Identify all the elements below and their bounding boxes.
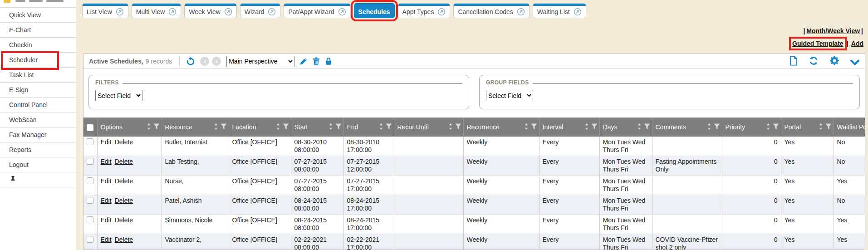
tab-cancellation-codes[interactable]: Cancellation Codes <box>453 3 529 18</box>
perspective-select[interactable]: Main Perspective <box>226 56 294 67</box>
month-week-view-link[interactable]: Month/Week View <box>806 27 860 34</box>
column-header-portal[interactable]: Portal <box>781 118 834 137</box>
row-checkbox[interactable] <box>87 236 93 243</box>
sort-icon[interactable] <box>275 123 281 132</box>
filter-funnel-icon[interactable] <box>591 123 598 131</box>
pushpin-icon[interactable] <box>10 176 16 183</box>
column-header-recur-until[interactable]: Recur Until <box>394 118 463 137</box>
tab-waiting-list[interactable]: Waiting List <box>533 3 586 18</box>
row-checkbox[interactable] <box>87 197 93 204</box>
lock-icon[interactable] <box>324 57 333 66</box>
refresh-icon[interactable] <box>809 56 819 66</box>
next-icon[interactable]: › <box>212 57 221 66</box>
select-all-checkbox[interactable] <box>87 124 93 131</box>
edit-link[interactable]: Edit <box>101 138 112 146</box>
filter-funnel-icon[interactable] <box>153 123 160 131</box>
column-header-interval[interactable]: Interval <box>539 118 599 137</box>
delete-link[interactable]: Delete <box>115 236 133 243</box>
sort-icon[interactable] <box>706 123 712 132</box>
tab-appt-types[interactable]: Appt Types <box>398 3 451 18</box>
column-header-days[interactable]: Days <box>599 118 652 137</box>
column-header-end[interactable]: End <box>343 118 394 137</box>
sort-icon[interactable] <box>765 123 771 132</box>
edit-link[interactable]: Edit <box>101 177 112 185</box>
edit-link[interactable]: Edit <box>101 158 112 165</box>
delete-link[interactable]: Delete <box>115 177 133 185</box>
delete-link[interactable]: Delete <box>115 158 133 165</box>
filter-funnel-icon[interactable] <box>531 123 537 131</box>
column-header-options[interactable]: Options <box>97 118 162 137</box>
settings-gear-icon[interactable] <box>829 56 839 66</box>
popout-icon[interactable] <box>268 8 276 16</box>
sort-icon[interactable] <box>637 123 642 132</box>
filter-funnel-icon[interactable] <box>335 123 342 131</box>
tab-pat-appt-wizard[interactable]: Pat/Appt Wizard <box>284 3 350 18</box>
column-header-location[interactable]: Location <box>229 118 291 137</box>
sidebar-item-scheduler[interactable]: Scheduler <box>0 53 76 68</box>
sort-icon[interactable] <box>584 123 589 132</box>
select-all-header[interactable] <box>83 118 97 137</box>
column-header-comments[interactable]: Comments <box>652 118 722 137</box>
sidebar-item-e-sign[interactable]: E-Sign <box>0 83 76 98</box>
guided-template-link[interactable]: Guided Template <box>792 40 843 47</box>
sidebar-item-quick-view[interactable]: Quick View <box>0 8 76 23</box>
column-header-priority[interactable]: Priority <box>722 118 781 137</box>
column-header-resource[interactable]: Resource <box>162 118 229 137</box>
tab-wizard[interactable]: Wizard <box>240 3 281 18</box>
delete-link[interactable]: Delete <box>115 138 133 146</box>
sidebar-item-fax-manager[interactable]: Fax Manager <box>0 127 76 142</box>
filter-funnel-icon[interactable] <box>283 123 289 131</box>
sidebar-item-task-list[interactable]: Task List <box>0 68 76 83</box>
edit-link[interactable]: Edit <box>101 236 112 243</box>
filter-funnel-icon[interactable] <box>773 123 779 131</box>
sort-icon[interactable] <box>448 123 453 132</box>
tab-schedules[interactable]: Schedules <box>354 3 395 18</box>
row-checkbox[interactable] <box>87 138 93 145</box>
popout-icon[interactable] <box>437 8 446 16</box>
filter-funnel-icon[interactable] <box>221 123 227 131</box>
sort-icon[interactable] <box>818 123 824 132</box>
column-header-waitlist-po[interactable]: Waitlist Po <box>834 118 865 137</box>
filter-funnel-icon[interactable] <box>644 123 650 131</box>
tab-list-view[interactable]: List View <box>82 3 128 18</box>
sidebar-item-reports[interactable]: Reports <box>0 142 76 157</box>
popout-icon[interactable] <box>168 8 177 16</box>
popout-icon[interactable] <box>116 8 124 16</box>
sidebar-item-control-panel[interactable]: Control Panel <box>0 98 76 113</box>
column-header-start[interactable]: Start <box>291 118 343 137</box>
column-header-recurrence[interactable]: Recurrence <box>463 118 539 137</box>
undo-icon[interactable] <box>186 56 196 66</box>
sort-icon[interactable] <box>524 123 529 132</box>
delete-link[interactable]: Delete <box>115 216 133 224</box>
add-link[interactable]: Add <box>851 40 863 47</box>
row-checkbox[interactable] <box>87 158 93 165</box>
popout-icon[interactable] <box>338 8 346 16</box>
tab-multi-view[interactable]: Multi View <box>132 3 181 18</box>
chevron-down-icon[interactable] <box>850 59 859 66</box>
tab-week-view[interactable]: Week View <box>184 3 237 18</box>
filter-funnel-icon[interactable] <box>386 123 392 131</box>
sort-icon[interactable] <box>213 123 219 132</box>
row-checkbox[interactable] <box>87 216 93 223</box>
new-document-icon[interactable] <box>789 56 798 66</box>
edit-pencil-icon[interactable] <box>299 57 308 66</box>
sidebar-item-logout[interactable]: Logout <box>0 157 76 172</box>
trash-icon[interactable] <box>312 57 320 66</box>
prev-icon[interactable]: ‹ <box>200 57 209 66</box>
popout-icon[interactable] <box>224 8 232 16</box>
delete-link[interactable]: Delete <box>115 197 133 204</box>
edit-link[interactable]: Edit <box>101 197 112 204</box>
sidebar-item-e-chart[interactable]: E-Chart <box>0 23 76 38</box>
row-checkbox[interactable] <box>87 177 93 184</box>
sort-icon[interactable] <box>378 123 384 132</box>
sort-icon[interactable] <box>146 123 152 132</box>
filter-funnel-icon[interactable] <box>455 123 461 131</box>
group-fields-select-field[interactable]: Select Field <box>486 90 533 101</box>
filter-funnel-icon[interactable] <box>825 123 832 131</box>
filters-select-field[interactable]: Select Field <box>95 90 142 101</box>
popout-icon[interactable] <box>517 8 525 16</box>
filter-funnel-icon[interactable] <box>714 123 720 131</box>
sidebar-item-webscan[interactable]: WebScan <box>0 113 76 127</box>
sidebar-item-checkin[interactable]: Checkin <box>0 38 76 53</box>
edit-link[interactable]: Edit <box>101 216 112 224</box>
